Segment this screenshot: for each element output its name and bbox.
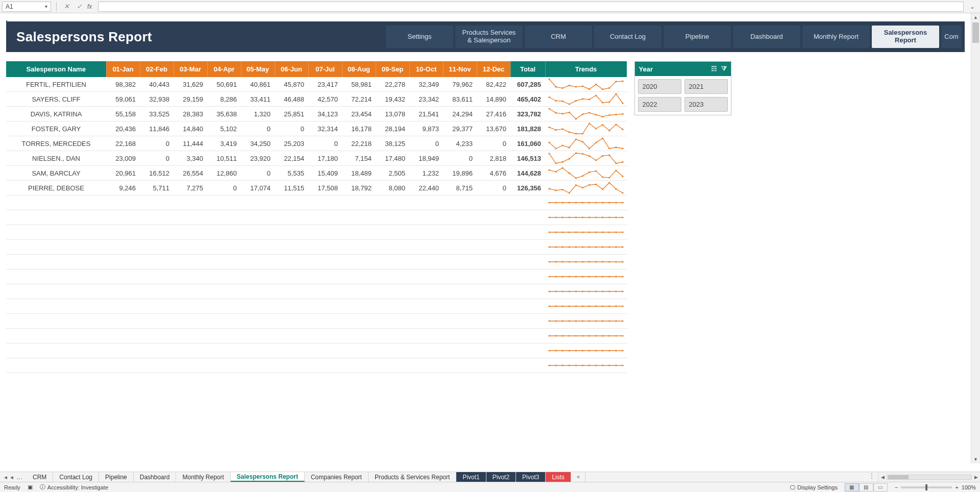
cell-empty[interactable] bbox=[376, 329, 409, 343]
multi-select-icon[interactable]: ☶ bbox=[711, 65, 717, 73]
cell-empty[interactable] bbox=[140, 343, 174, 358]
cell-empty[interactable] bbox=[207, 299, 241, 314]
scroll-right-icon[interactable]: ▶ bbox=[972, 475, 980, 480]
cell-empty[interactable] bbox=[241, 329, 275, 343]
cell-value[interactable]: 59,061 bbox=[106, 92, 140, 107]
cell-empty[interactable] bbox=[443, 358, 477, 373]
cell-value[interactable]: 29,159 bbox=[174, 92, 207, 107]
cell-name[interactable]: SAYERS, CLIFF bbox=[6, 92, 106, 107]
cell-empty[interactable] bbox=[106, 255, 140, 269]
cell-empty[interactable] bbox=[376, 299, 409, 314]
cell-empty[interactable] bbox=[477, 284, 510, 299]
cell-empty[interactable] bbox=[409, 284, 443, 299]
sheet-tab-pivot3[interactable]: Pivot3 bbox=[516, 472, 546, 482]
cell-value[interactable]: 26,554 bbox=[174, 166, 207, 181]
cell-empty[interactable] bbox=[409, 255, 443, 269]
cell-total[interactable]: 465,402 bbox=[510, 92, 545, 107]
cell-empty[interactable] bbox=[6, 299, 106, 314]
slicer-option-2022[interactable]: 2022 bbox=[638, 97, 681, 112]
chevron-down-icon[interactable]: ▾ bbox=[45, 4, 47, 9]
table-row-empty[interactable] bbox=[6, 314, 627, 329]
cell-value[interactable]: 8,286 bbox=[207, 92, 241, 107]
cell-empty[interactable] bbox=[241, 255, 275, 269]
table-row-empty[interactable] bbox=[6, 329, 627, 343]
table-row-empty[interactable] bbox=[6, 240, 627, 255]
cell-empty[interactable] bbox=[207, 314, 241, 329]
cell-empty[interactable] bbox=[342, 358, 376, 373]
scroll-down-icon[interactable]: ▼ bbox=[971, 455, 980, 463]
table-row-empty[interactable] bbox=[6, 358, 627, 373]
cell-value[interactable]: 0 bbox=[477, 181, 510, 195]
cell-empty[interactable] bbox=[409, 343, 443, 358]
cell-empty[interactable] bbox=[308, 343, 342, 358]
cell-empty[interactable] bbox=[376, 240, 409, 255]
cell-value[interactable]: 14,890 bbox=[477, 92, 510, 107]
cell-empty[interactable] bbox=[6, 314, 106, 329]
cell-empty[interactable] bbox=[510, 210, 545, 225]
nav-salespersons-report[interactable]: Salespersons Report bbox=[872, 26, 939, 48]
cell-value[interactable]: 28,194 bbox=[376, 121, 409, 136]
cell-empty[interactable] bbox=[275, 314, 308, 329]
cell-empty[interactable] bbox=[376, 358, 409, 373]
cell-value[interactable]: 19,432 bbox=[376, 92, 409, 107]
cell-empty[interactable] bbox=[6, 225, 106, 240]
cell-value[interactable]: 0 bbox=[308, 136, 342, 151]
cell-value[interactable]: 29,377 bbox=[443, 121, 477, 136]
cell-empty[interactable] bbox=[477, 195, 510, 210]
cell-value[interactable]: 1,232 bbox=[409, 166, 443, 181]
cell-empty[interactable] bbox=[308, 240, 342, 255]
sheet-tab-monthly-report[interactable]: Monthly Report bbox=[176, 472, 230, 482]
cell-empty[interactable] bbox=[207, 240, 241, 255]
cell-empty[interactable] bbox=[376, 210, 409, 225]
cell-empty[interactable] bbox=[106, 240, 140, 255]
cell-empty[interactable] bbox=[443, 240, 477, 255]
sheet-tab-pipeline[interactable]: Pipeline bbox=[99, 472, 134, 482]
cell-empty[interactable] bbox=[106, 210, 140, 225]
cell-value[interactable]: 23,454 bbox=[342, 107, 376, 121]
nav-crm[interactable]: CRM bbox=[525, 26, 592, 48]
cell-empty[interactable] bbox=[308, 284, 342, 299]
cell-empty[interactable] bbox=[106, 269, 140, 284]
cell-value[interactable]: 20,436 bbox=[106, 121, 140, 136]
table-row[interactable]: FOSTER, GARY20,43611,84614,8405,1020032,… bbox=[6, 121, 627, 136]
table-row[interactable]: SAM, BARCLAY20,96116,51226,55412,86005,5… bbox=[6, 166, 627, 181]
vertical-scrollbar[interactable]: ▲ ▼ bbox=[971, 13, 980, 463]
cell-empty[interactable] bbox=[477, 358, 510, 373]
cell-empty[interactable] bbox=[477, 225, 510, 240]
slicer-option-2023[interactable]: 2023 bbox=[684, 97, 728, 112]
cell-value[interactable]: 83,611 bbox=[443, 92, 477, 107]
scroll-up-icon[interactable]: ▲ bbox=[971, 13, 980, 21]
slicer-option-2021[interactable]: 2021 bbox=[684, 79, 728, 94]
formula-input[interactable] bbox=[98, 2, 964, 12]
cell-value[interactable]: 33,525 bbox=[140, 107, 174, 121]
cell-value[interactable]: 11,846 bbox=[140, 121, 174, 136]
cell-empty[interactable] bbox=[477, 329, 510, 343]
cell-value[interactable]: 23,417 bbox=[308, 77, 342, 92]
cell-empty[interactable] bbox=[241, 358, 275, 373]
cell-empty[interactable] bbox=[409, 329, 443, 343]
cell-value[interactable]: 0 bbox=[477, 136, 510, 151]
cell-empty[interactable] bbox=[376, 255, 409, 269]
clear-filter-icon[interactable]: ⧩ bbox=[721, 65, 727, 73]
cell-value[interactable]: 23,009 bbox=[106, 151, 140, 166]
cell-name[interactable]: SAM, BARCLAY bbox=[6, 166, 106, 181]
cell-empty[interactable] bbox=[106, 195, 140, 210]
display-settings-button[interactable]: 🖵 Display Settings bbox=[790, 484, 838, 490]
cell-empty[interactable] bbox=[308, 358, 342, 373]
cell-value[interactable]: 7,275 bbox=[174, 181, 207, 195]
cell-total[interactable]: 144,628 bbox=[510, 166, 545, 181]
cell-value[interactable]: 24,294 bbox=[443, 107, 477, 121]
cell-value[interactable]: 8,715 bbox=[443, 181, 477, 195]
cell-empty[interactable] bbox=[342, 284, 376, 299]
cell-empty[interactable] bbox=[140, 210, 174, 225]
cell-value[interactable]: 23,920 bbox=[241, 151, 275, 166]
cell-total[interactable]: 146,513 bbox=[510, 151, 545, 166]
cell-empty[interactable] bbox=[443, 195, 477, 210]
cell-value[interactable]: 40,443 bbox=[140, 77, 174, 92]
cell-value[interactable]: 0 bbox=[443, 151, 477, 166]
cell-value[interactable]: 28,383 bbox=[174, 107, 207, 121]
cell-value[interactable]: 9,246 bbox=[106, 181, 140, 195]
cell-empty[interactable] bbox=[308, 269, 342, 284]
cell-value[interactable]: 13,078 bbox=[376, 107, 409, 121]
cell-empty[interactable] bbox=[275, 358, 308, 373]
